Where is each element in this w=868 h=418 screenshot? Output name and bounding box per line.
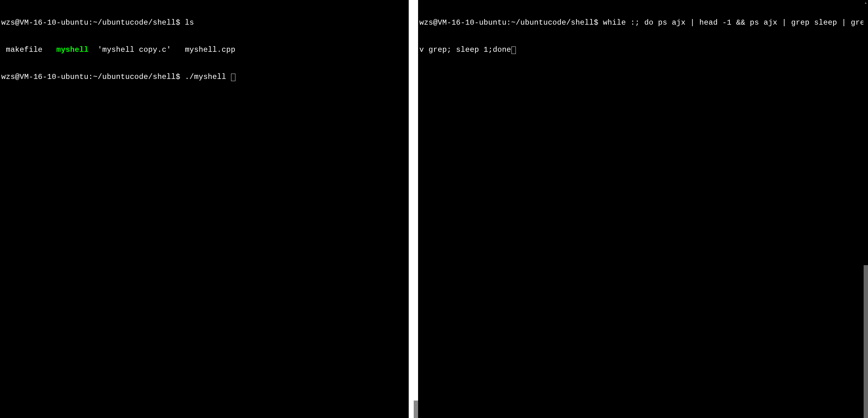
- terminal-line: v grep; sleep 1;done: [419, 45, 867, 54]
- command-text: while :; do ps ajx | head -1 && ps ajx |…: [603, 19, 868, 27]
- terminal-right-content: wzs@VM-16-10-ubuntu:~/ubuntucode/shell$ …: [418, 0, 868, 72]
- shell-prompt: wzs@VM-16-10-ubuntu:~/ubuntucode/shell$: [419, 19, 603, 27]
- shell-prompt: wzs@VM-16-10-ubuntu:~/ubuntucode/shell$: [1, 19, 185, 27]
- cursor-left: [231, 74, 236, 81]
- file-myshell-exec: myshell: [56, 45, 88, 54]
- scrollbar-right-thumb[interactable]: [864, 265, 868, 418]
- terminal-line: wzs@VM-16-10-ubuntu:~/ubuntucode/shell$ …: [1, 72, 407, 81]
- scrollbar-left-thumb[interactable]: [414, 400, 418, 418]
- file-myshell-copy-c: 'myshell copy.c': [98, 45, 171, 54]
- command-text: ls: [185, 19, 194, 27]
- shell-prompt: wzs@VM-16-10-ubuntu:~/ubuntucode/shell$: [1, 73, 185, 81]
- cursor-right: [512, 46, 516, 54]
- terminal-line: makefile myshell 'myshell copy.c' myshel…: [1, 45, 407, 54]
- scroll-arrow-up-icon[interactable]: ▴: [863, 0, 868, 6]
- terminal-pane-left[interactable]: wzs@VM-16-10-ubuntu:~/ubuntucode/shell$ …: [0, 0, 409, 418]
- file-makefile: makefile: [6, 45, 43, 54]
- command-text: ./myshell: [185, 73, 231, 81]
- scrollbar-right-track[interactable]: ▴: [863, 0, 868, 418]
- terminal-line: wzs@VM-16-10-ubuntu:~/ubuntucode/shell$ …: [419, 18, 867, 27]
- command-text-continued: v grep; sleep 1;done: [419, 45, 511, 54]
- terminal-left-content: wzs@VM-16-10-ubuntu:~/ubuntucode/shell$ …: [0, 0, 409, 100]
- file-myshell-cpp: myshell.cpp: [185, 45, 236, 54]
- pane-divider[interactable]: [409, 0, 418, 418]
- terminal-line: wzs@VM-16-10-ubuntu:~/ubuntucode/shell$ …: [1, 18, 407, 27]
- ls-output: [1, 45, 6, 54]
- terminal-pane-right[interactable]: wzs@VM-16-10-ubuntu:~/ubuntucode/shell$ …: [418, 0, 868, 418]
